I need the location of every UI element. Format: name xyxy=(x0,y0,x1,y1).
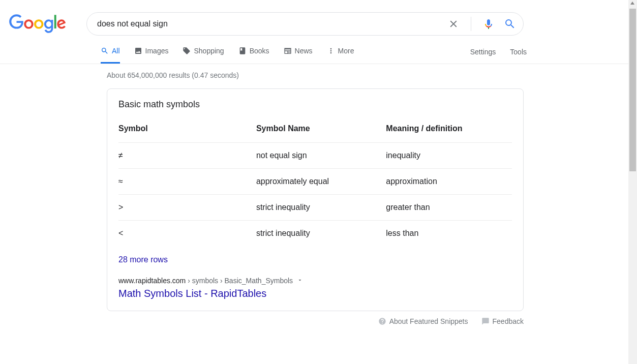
scrollbar-thumb[interactable] xyxy=(629,9,636,171)
symbols-table: Symbol Symbol Name Meaning / definition … xyxy=(118,119,512,246)
more-rows-link[interactable]: 28 more rows xyxy=(118,255,168,264)
search-divider xyxy=(471,17,471,31)
tab-images[interactable]: Images xyxy=(134,47,169,64)
name-cell: strict inequality xyxy=(256,195,386,221)
tab-shopping[interactable]: Shopping xyxy=(183,47,224,64)
scrollbar[interactable] xyxy=(628,0,637,325)
table-header: Symbol Name xyxy=(256,119,386,143)
tab-news[interactable]: News xyxy=(284,47,313,64)
image-icon xyxy=(134,47,142,55)
result-stats: About 654,000,000 results (0.47 seconds) xyxy=(107,71,534,79)
tab-label: More xyxy=(338,47,354,55)
search-input[interactable] xyxy=(97,19,447,28)
search-small-icon xyxy=(101,47,109,55)
name-cell: approximately equal xyxy=(256,169,386,195)
table-row: ≠ not equal sign inequality xyxy=(118,143,512,169)
cite-path: › symbols › Basic_Math_Symbols xyxy=(186,277,293,285)
news-icon xyxy=(284,47,292,55)
result-cite: www.rapidtables.com › symbols › Basic_Ma… xyxy=(118,277,293,285)
table-row: ≈ approximately equal approximation xyxy=(118,169,512,195)
feedback-icon xyxy=(481,317,490,325)
featured-title: Basic math symbols xyxy=(118,99,512,110)
table-header: Symbol xyxy=(118,119,256,143)
book-icon xyxy=(238,47,247,55)
symbol-cell: > xyxy=(118,195,256,221)
feedback-link[interactable]: Feedback xyxy=(481,317,524,325)
tab-all[interactable]: All xyxy=(101,47,120,64)
table-row: < strict inequality less than xyxy=(118,221,512,247)
tag-icon xyxy=(183,47,191,55)
tab-label: Shopping xyxy=(194,47,224,55)
tab-label: All xyxy=(112,47,120,55)
name-cell: not equal sign xyxy=(256,143,386,169)
featured-snippet: Basic math symbols Symbol Symbol Name Me… xyxy=(107,88,524,311)
meaning-cell: less than xyxy=(386,221,512,247)
google-logo[interactable] xyxy=(9,14,66,35)
tab-label: Books xyxy=(250,47,269,55)
symbol-cell: < xyxy=(118,221,256,247)
footer-link-label: Feedback xyxy=(493,317,524,325)
meaning-cell: inequality xyxy=(386,143,512,169)
help-icon xyxy=(378,317,386,325)
tab-more[interactable]: More xyxy=(327,47,354,64)
symbol-cell: ≠ xyxy=(118,143,256,169)
cite-domain: www.rapidtables.com xyxy=(118,277,186,285)
tools-link[interactable]: Tools xyxy=(510,48,527,56)
cite-dropdown-icon[interactable] xyxy=(297,277,303,285)
tab-label: Images xyxy=(145,47,169,55)
featured-result-title[interactable]: Math Symbols List - RapidTables xyxy=(118,288,512,299)
voice-search-icon[interactable] xyxy=(482,18,495,30)
tab-books[interactable]: Books xyxy=(238,47,269,64)
about-snippets-link[interactable]: About Featured Snippets xyxy=(378,317,468,325)
scroll-up-icon[interactable] xyxy=(630,2,634,5)
meaning-cell: greater than xyxy=(386,195,512,221)
search-box[interactable] xyxy=(86,12,524,36)
name-cell: strict inequality xyxy=(256,221,386,247)
table-row: > strict inequality greater than xyxy=(118,195,512,221)
meaning-cell: approximation xyxy=(386,169,512,195)
more-icon xyxy=(327,47,335,55)
tab-label: News xyxy=(295,47,313,55)
symbol-cell: ≈ xyxy=(118,169,256,195)
settings-link[interactable]: Settings xyxy=(470,48,496,56)
search-icon[interactable] xyxy=(504,18,516,30)
table-header: Meaning / definition xyxy=(386,119,512,143)
footer-link-label: About Featured Snippets xyxy=(389,317,468,325)
clear-icon[interactable] xyxy=(447,18,460,30)
